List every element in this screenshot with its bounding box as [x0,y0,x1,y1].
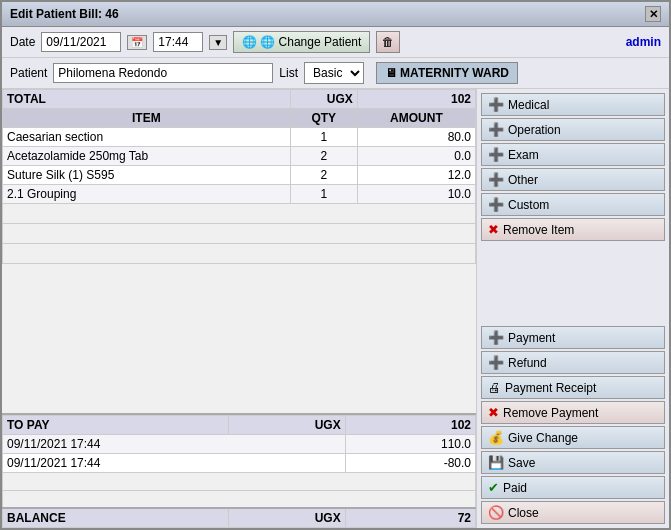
exam-label: Exam [508,148,539,162]
operation-button[interactable]: ➕ Operation [481,118,665,141]
exam-button[interactable]: ➕ Exam [481,143,665,166]
payment-label: Payment [508,331,555,345]
plus-icon: ➕ [488,355,504,370]
bill-header-row: ITEM QTY AMOUNT [3,109,476,128]
operation-label: Operation [508,123,561,137]
item-amount: 10.0 [357,185,475,204]
payment-button[interactable]: ➕ Payment [481,326,665,349]
empty-row [3,490,476,508]
balance-label: BALANCE [3,508,229,528]
save-icon: 💾 [488,455,504,470]
bill-table: TOTAL UGX 102 ITEM QTY AMOUNT Caesarian … [2,89,476,264]
close-label: Close [508,506,539,520]
pay-date: 09/11/2021 17:44 [3,434,346,453]
patient-input[interactable] [53,63,273,83]
item-amount: 80.0 [357,128,475,147]
plus-icon: ➕ [488,147,504,162]
delete-button[interactable]: 🗑 [376,31,400,53]
check-icon: ✔ [488,480,499,495]
plus-icon: ➕ [488,330,504,345]
pay-table: TO PAY UGX 102 09/11/2021 17:44 110.0 09… [2,415,476,529]
main-window: Edit Patient Bill: 46 ✕ Date 📅 ▼ 🌐 🌐 Cha… [0,0,671,530]
give-change-button[interactable]: 💰 Give Change [481,426,665,449]
total-amount: 102 [357,90,475,109]
list-label: List [279,66,298,80]
item-amount: 12.0 [357,166,475,185]
time-dropdown-button[interactable]: ▼ [209,35,227,50]
ward-button[interactable]: 🖥 MATERNITY WARD [376,62,518,84]
admin-label: admin [626,35,661,49]
pay-amount: 110.0 [345,434,475,453]
ward-label-text: MATERNITY WARD [400,66,509,80]
item-amount: 0.0 [357,147,475,166]
plus-icon: ➕ [488,172,504,187]
pay-amount: -80.0 [345,453,475,472]
table-row: Suture Silk (1) S595 2 12.0 [3,166,476,185]
item-qty: 1 [290,128,357,147]
balance-amount: 72 [345,508,475,528]
money-icon: 💰 [488,430,504,445]
total-label: TOTAL [3,90,291,109]
cross-icon: ✖ [488,222,499,237]
change-patient-icon: 🌐 [242,35,257,49]
patient-row: Patient List Basic 🖥 MATERNITY WARD [2,58,669,89]
refund-button[interactable]: ➕ Refund [481,351,665,374]
calendar-button[interactable]: 📅 [127,35,147,50]
plus-icon: ➕ [488,97,504,112]
table-row: Caesarian section 1 80.0 [3,128,476,147]
item-qty: 2 [290,166,357,185]
table-row: Acetazolamide 250mg Tab 2 0.0 [3,147,476,166]
right-bottom-buttons: ➕ Payment ➕ Refund 🖨 Payment Receipt ✖ R… [481,326,665,524]
medical-label: Medical [508,98,549,112]
bill-table-section: TOTAL UGX 102 ITEM QTY AMOUNT Caesarian … [2,89,476,413]
item-name: 2.1 Grouping [3,185,291,204]
toolbar: Date 📅 ▼ 🌐 🌐 Change Patient 🗑 admin [2,27,669,58]
item-name: Suture Silk (1) S595 [3,166,291,185]
plus-icon: ➕ [488,122,504,137]
close-button[interactable]: 🚫 Close [481,501,665,524]
change-patient-button[interactable]: 🌐 🌐 Change Patient [233,31,370,53]
left-panel: TOTAL UGX 102 ITEM QTY AMOUNT Caesarian … [2,89,477,528]
empty-row [3,472,476,490]
list-select[interactable]: Basic [304,62,364,84]
topay-amount: 102 [345,415,475,434]
printer-icon: 🖨 [488,380,501,395]
balance-row: BALANCE UGX 72 [3,508,476,528]
remove-payment-button[interactable]: ✖ Remove Payment [481,401,665,424]
topay-label: TO PAY [3,415,229,434]
right-panel: ➕ Medical ➕ Operation ➕ Exam ➕ Other ➕ [477,89,669,528]
other-label: Other [508,173,538,187]
item-name: Acetazolamide 250mg Tab [3,147,291,166]
save-button[interactable]: 💾 Save [481,451,665,474]
refund-label: Refund [508,356,547,370]
save-label: Save [508,456,535,470]
item-qty: 1 [290,185,357,204]
table-row: 09/11/2021 17:44 -80.0 [3,453,476,472]
date-label: Date [10,35,35,49]
custom-button[interactable]: ➕ Custom [481,193,665,216]
close-window-button[interactable]: ✕ [645,6,661,22]
custom-label: Custom [508,198,549,212]
topay-row: TO PAY UGX 102 [3,415,476,434]
payment-receipt-button[interactable]: 🖨 Payment Receipt [481,376,665,399]
item-name: Caesarian section [3,128,291,147]
paid-button[interactable]: ✔ Paid [481,476,665,499]
empty-row [3,224,476,244]
title-bar: Edit Patient Bill: 46 ✕ [2,2,669,27]
remove-item-label: Remove Item [503,223,574,237]
date-input[interactable] [41,32,121,52]
table-row: 2.1 Grouping 1 10.0 [3,185,476,204]
close-icon: 🚫 [488,505,504,520]
remove-item-button[interactable]: ✖ Remove Item [481,218,665,241]
window-title: Edit Patient Bill: 46 [10,7,119,21]
medical-button[interactable]: ➕ Medical [481,93,665,116]
col-item: ITEM [3,109,291,128]
plus-icon: ➕ [488,197,504,212]
cross-icon: ✖ [488,405,499,420]
time-input[interactable] [153,32,203,52]
col-amount: AMOUNT [357,109,475,128]
other-button[interactable]: ➕ Other [481,168,665,191]
balance-currency: UGX [228,508,345,528]
col-qty: QTY [290,109,357,128]
patient-label: Patient [10,66,47,80]
